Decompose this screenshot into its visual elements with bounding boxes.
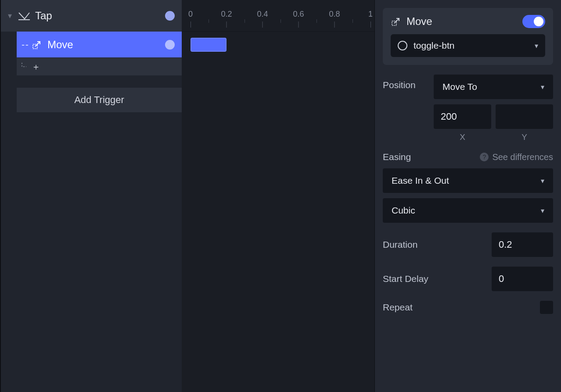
repeat-checkbox[interactable] bbox=[540, 301, 553, 314]
target-label: toggle-btn bbox=[414, 40, 535, 51]
x-input[interactable] bbox=[434, 104, 491, 129]
enabled-toggle[interactable] bbox=[522, 15, 545, 28]
see-differences-link[interactable]: ? See differences bbox=[480, 152, 553, 162]
y-label: Y bbox=[496, 132, 553, 142]
easing-label: Easing bbox=[383, 152, 427, 162]
easing-curve-value: Cubic bbox=[392, 205, 541, 216]
position-label: Position bbox=[383, 75, 427, 90]
repeat-label: Repeat bbox=[383, 302, 533, 313]
ruler-tick: 0.6 bbox=[293, 10, 304, 28]
repeat-row: Repeat bbox=[383, 301, 553, 314]
position-mode-select[interactable]: Move To ▾ bbox=[434, 75, 553, 99]
easing-type-value: Ease In & Out bbox=[392, 175, 541, 186]
action-status-dot bbox=[165, 40, 175, 50]
position-mode-value: Move To bbox=[442, 82, 541, 92]
circle-icon bbox=[398, 41, 407, 50]
easing-section: Easing ? See differences Ease In & Out ▾… bbox=[383, 152, 553, 223]
y-input[interactable] bbox=[496, 104, 553, 129]
ruler-tick: 1 bbox=[368, 10, 373, 28]
add-action-row[interactable]: ＋ bbox=[17, 58, 182, 75]
inspector-title: Move bbox=[406, 15, 522, 28]
target-select[interactable]: toggle-btn ▾ bbox=[391, 34, 545, 57]
start-delay-input[interactable] bbox=[492, 267, 553, 291]
easing-curve-select[interactable]: Cubic ▾ bbox=[383, 198, 553, 223]
chevron-down-icon: ▾ bbox=[541, 83, 544, 91]
timeline-clip[interactable] bbox=[191, 38, 227, 52]
see-differences-label: See differences bbox=[492, 152, 553, 162]
timeline-ruler[interactable]: 00.20.40.60.81 bbox=[182, 0, 374, 32]
duration-input[interactable] bbox=[492, 232, 553, 257]
duration-row: Duration bbox=[383, 232, 553, 257]
ruler-tick: 0 bbox=[188, 10, 193, 28]
start-delay-row: Start Delay bbox=[383, 267, 553, 291]
trigger-status-dot bbox=[165, 11, 175, 21]
inspector-panel: Move toggle-btn ▾ Position Move To ▾ bbox=[375, 0, 561, 392]
easing-type-select[interactable]: Ease In & Out ▾ bbox=[383, 168, 553, 193]
position-row: Position Move To ▾ X Y bbox=[383, 75, 553, 142]
chevron-down-icon: ▾ bbox=[541, 177, 544, 185]
ruler-tick: 0.4 bbox=[257, 10, 268, 28]
add-trigger-label: Add Trigger bbox=[74, 94, 124, 106]
tap-icon bbox=[18, 11, 30, 20]
timeline-track[interactable] bbox=[182, 32, 374, 58]
action-row-move[interactable]: Move bbox=[17, 32, 182, 58]
plus-icon: ＋ bbox=[32, 61, 40, 73]
ruler-tick: 0.8 bbox=[329, 10, 340, 28]
trigger-label: Tap bbox=[35, 10, 165, 22]
ruler-tick: 0.2 bbox=[221, 10, 232, 28]
chevron-down-icon: ▾ bbox=[541, 207, 544, 215]
tree-corner-icon bbox=[17, 63, 32, 71]
move-icon bbox=[32, 39, 42, 50]
move-icon bbox=[391, 16, 401, 27]
collapse-chevron-icon[interactable]: ▾ bbox=[1, 11, 18, 21]
action-label: Move bbox=[47, 39, 165, 51]
help-icon: ? bbox=[480, 153, 489, 161]
start-delay-label: Start Delay bbox=[383, 274, 485, 284]
timeline-panel: 00.20.40.60.81 bbox=[182, 0, 375, 392]
x-label: X bbox=[434, 132, 491, 142]
chevron-down-icon: ▾ bbox=[535, 42, 538, 50]
trigger-panel: ▾ Tap Move ＋ Add Tr bbox=[0, 0, 182, 392]
add-trigger-button[interactable]: Add Trigger bbox=[17, 88, 182, 112]
trigger-row-tap[interactable]: ▾ Tap bbox=[1, 0, 182, 32]
inspector-header: Move toggle-btn ▾ bbox=[383, 8, 553, 65]
duration-label: Duration bbox=[383, 239, 485, 250]
